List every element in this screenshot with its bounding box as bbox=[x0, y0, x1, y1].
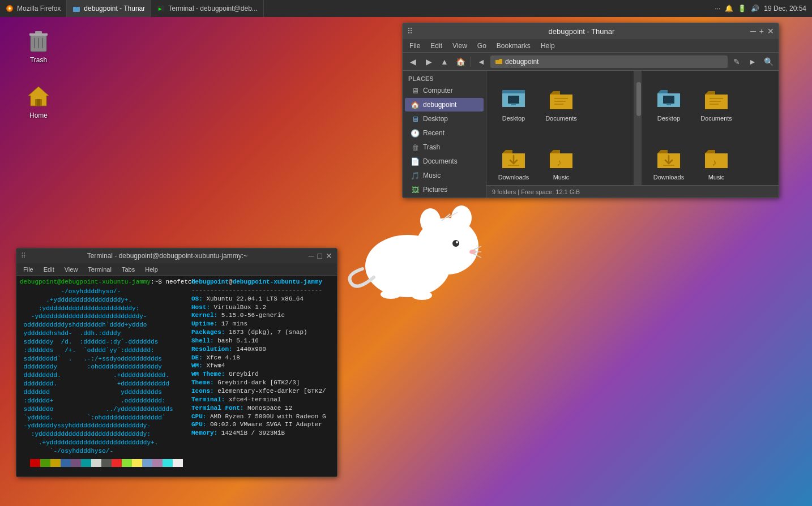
svg-rect-48 bbox=[663, 165, 674, 166]
sidebar-item-videos[interactable]: 🎬 Videos bbox=[405, 197, 484, 198]
taskbar-tab-firefox[interactable]: Mozilla Firefox bbox=[0, 0, 67, 17]
file-item-music-right[interactable]: ♪ Music bbox=[694, 134, 739, 185]
svg-point-16 bbox=[420, 208, 441, 233]
svg-rect-7 bbox=[29, 33, 48, 36]
terminal-maximize-btn[interactable]: □ bbox=[318, 251, 322, 260]
svg-rect-35 bbox=[554, 104, 563, 105]
places-label: Places bbox=[403, 73, 486, 83]
file-item-desktop-left[interactable]: Desktop bbox=[491, 75, 536, 132]
thunar-window: ⠿ debugpoint - Thunar ─ + ✕ File Edit Vi… bbox=[402, 23, 779, 198]
terminal-titlebar[interactable]: ⠿ Terminal - debugpoint@debugpoint-xubun… bbox=[16, 248, 337, 263]
file-item-documents-right[interactable]: Documents bbox=[694, 75, 739, 132]
tab-terminal-label: Terminal - debugpoint@deb... bbox=[168, 5, 258, 12]
thunar-minimize-btn[interactable]: ─ bbox=[750, 27, 756, 36]
palette-1 bbox=[30, 459, 40, 467]
firefox-icon bbox=[6, 5, 14, 12]
thunar-edit-btn[interactable]: ✎ bbox=[730, 55, 743, 68]
desktop-icon-trash[interactable]: Trash bbox=[16, 27, 61, 64]
terminal-menu-tabs[interactable]: Tabs bbox=[117, 265, 139, 274]
palette-3 bbox=[50, 459, 61, 467]
thunar-up-btn[interactable]: ▲ bbox=[438, 55, 451, 68]
terminal-menu-edit[interactable]: Edit bbox=[39, 265, 59, 274]
sidebar-item-debugpoint[interactable]: 🏠 debugpoint bbox=[405, 98, 484, 112]
terminal-drag-icon: ⠿ bbox=[21, 252, 26, 260]
sidebar-item-music[interactable]: 🎵 Music bbox=[405, 169, 484, 182]
thunar-titlebar[interactable]: ⠿ debugpoint - Thunar ─ + ✕ bbox=[403, 23, 779, 39]
thunar-drag-icon: ⠿ bbox=[407, 27, 413, 36]
palette-4 bbox=[61, 459, 71, 467]
sidebar-label-pictures: Pictures bbox=[423, 186, 447, 194]
palette-8 bbox=[101, 459, 112, 467]
file-item-music-left[interactable]: ♪ Music bbox=[539, 134, 584, 185]
terminal-body[interactable]: debugpoint@debugpoint-xubuntu-jammy:~$ n… bbox=[16, 276, 337, 477]
terminal-close-btn[interactable]: ✕ bbox=[326, 251, 332, 260]
sidebar-item-desktop[interactable]: 🖥 Desktop bbox=[405, 112, 484, 126]
sidebar-item-computer[interactable]: 🖥 Computer bbox=[405, 84, 484, 97]
thunar-menu-file[interactable]: File bbox=[405, 41, 425, 51]
svg-rect-8 bbox=[35, 31, 42, 33]
svg-rect-46 bbox=[710, 104, 719, 105]
file-item-downloads-right[interactable]: Downloads bbox=[646, 134, 691, 185]
palette-6 bbox=[81, 459, 91, 467]
file-item-desktop-right[interactable]: Desktop bbox=[646, 75, 691, 132]
terminal-menu-view[interactable]: View bbox=[60, 265, 83, 274]
thunar-close-btn[interactable]: ✕ bbox=[767, 27, 774, 36]
palette-0 bbox=[20, 459, 30, 467]
music-icon: 🎵 bbox=[411, 171, 420, 180]
taskbar-tab-terminal[interactable]: ▶ Terminal - debugpoint@deb... bbox=[151, 0, 264, 17]
file-label-music-left: Music bbox=[553, 174, 570, 181]
sidebar-item-recent[interactable]: 🕐 Recent bbox=[405, 126, 484, 140]
thunar-back-btn[interactable]: ◀ bbox=[406, 55, 420, 68]
file-item-downloads-left[interactable]: Downloads bbox=[491, 134, 536, 185]
palette-10 bbox=[122, 459, 132, 467]
palette-7 bbox=[91, 459, 101, 467]
sidebar-label-trash: Trash bbox=[423, 143, 440, 151]
thunar-address-bar[interactable]: debugpoint bbox=[490, 55, 728, 68]
thunar-menu-view[interactable]: View bbox=[448, 41, 472, 51]
thunar-menu-bookmarks[interactable]: Bookmarks bbox=[492, 41, 535, 51]
svg-rect-31 bbox=[511, 104, 516, 105]
sidebar-label-computer: Computer bbox=[423, 87, 453, 95]
thunar-title: debugpoint - Thunar bbox=[417, 27, 746, 36]
terminal-window: ⠿ Terminal - debugpoint@debugpoint-xubun… bbox=[16, 248, 337, 477]
thunar-menu-go[interactable]: Go bbox=[473, 41, 491, 51]
home-icon bbox=[25, 82, 52, 109]
thunar-body: Places 🖥 Computer 🏠 debugpoint 🖥 Desktop… bbox=[403, 71, 779, 198]
thunar-forward-btn[interactable]: ▶ bbox=[422, 55, 435, 68]
thunar-window-controls: ─ + ✕ bbox=[750, 27, 774, 36]
thunar-search-btn[interactable]: 🔍 bbox=[762, 55, 775, 68]
thunar-files-scroll: Desktop Documents bbox=[486, 71, 779, 185]
svg-point-17 bbox=[451, 205, 472, 230]
svg-rect-33 bbox=[554, 98, 568, 99]
terminal-window-controls: ─ □ ✕ bbox=[309, 251, 332, 260]
music-folder-icon-left: ♪ bbox=[548, 144, 575, 171]
terminal-menu-terminal[interactable]: Terminal bbox=[83, 265, 116, 274]
desktop-icon-home[interactable]: Home bbox=[16, 82, 61, 119]
tray-volume: 🔊 bbox=[751, 5, 759, 12]
thunar-sidebar: Places 🖥 Computer 🏠 debugpoint 🖥 Desktop… bbox=[403, 71, 486, 198]
documents-icon: 📄 bbox=[411, 157, 420, 166]
sidebar-item-trash[interactable]: 🗑 Trash bbox=[405, 140, 484, 154]
svg-point-26 bbox=[381, 290, 401, 299]
terminal-menu-file[interactable]: File bbox=[19, 265, 38, 274]
thunar-nav-right-btn[interactable]: ► bbox=[746, 55, 759, 68]
thunar-menu-edit[interactable]: Edit bbox=[426, 41, 447, 51]
music-folder-icon-right: ♪ bbox=[703, 144, 730, 171]
terminal-menu-help[interactable]: Help bbox=[140, 265, 163, 274]
tab-thunar-label: debugpoint - Thunar bbox=[84, 5, 145, 12]
thunar-nav-left-btn[interactable]: ◄ bbox=[475, 55, 488, 68]
terminal-minimize-btn[interactable]: ─ bbox=[309, 251, 314, 260]
thunar-files-area: Desktop Documents bbox=[486, 71, 779, 198]
svg-rect-42 bbox=[666, 104, 671, 105]
thunar-home-btn[interactable]: 🏠 bbox=[454, 55, 467, 68]
taskbar-tab-thunar[interactable]: debugpoint - Thunar bbox=[67, 0, 151, 17]
taskbar-tray: ··· 🔔 🔋 🔊 19 Dec, 20:54 bbox=[715, 5, 812, 12]
svg-rect-30 bbox=[508, 96, 519, 104]
sidebar-item-pictures[interactable]: 🖼 Pictures bbox=[405, 183, 484, 196]
sidebar-label-desktop: Desktop bbox=[423, 115, 448, 123]
thunar-maximize-btn[interactable]: + bbox=[759, 27, 764, 36]
files-vscroll[interactable] bbox=[636, 71, 642, 185]
file-item-documents-left[interactable]: Documents bbox=[539, 75, 584, 132]
sidebar-item-documents[interactable]: 📄 Documents bbox=[405, 155, 484, 168]
thunar-menu-help[interactable]: Help bbox=[536, 41, 559, 51]
